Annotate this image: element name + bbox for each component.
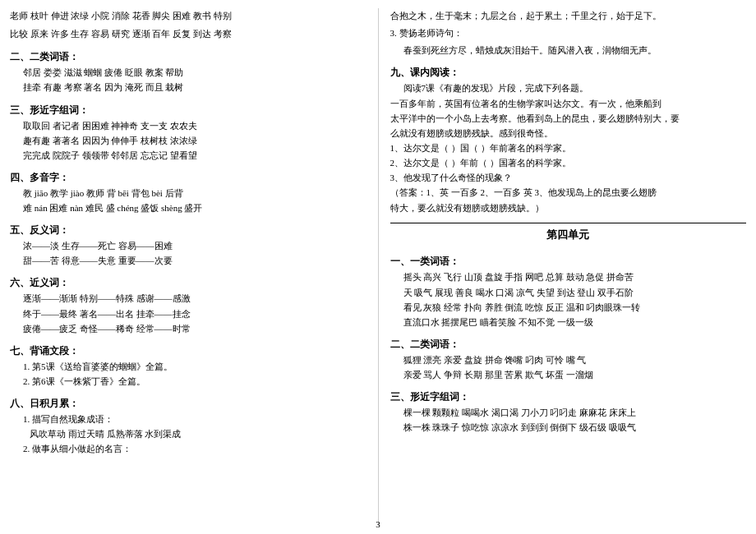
section-2-title: 二、二类词语： [10, 49, 366, 65]
unit4-s2-line2: 亲爱 骂人 争辩 长期 那里 苦累 欺气 坏蛋 一溜烟 [390, 367, 747, 382]
section-8-line2: 风吹草动 雨过天晴 瓜熟蒂落 水到渠成 [10, 426, 366, 441]
section-9-line3: 太平洋中的一个小岛上去考察。他看到岛上的昆虫，要么翅膀特别大，要 [390, 111, 747, 126]
unit4-s3-line2: 株一株 珠珠子 惊吃惊 凉凉水 到到到 倒倒下 级石级 吸吸气 [390, 420, 747, 435]
section-5-line1: 浓——淡 生存——死亡 容易——困难 [10, 238, 366, 253]
section-8-line3: 2. 做事从细小做起的名言： [10, 441, 366, 456]
section-7-line1: 1. 第5课《送给盲婆婆的蝈蝈》全篇。 [10, 359, 366, 374]
section-6: 六、近义词： 逐渐——渐渐 特别——特殊 感谢——感激 终于——最终 著名——出… [10, 272, 366, 335]
right-top-line1: 合抱之木，生于毫末；九层之台，起于累土；千里之行，始于足下。 [390, 8, 747, 23]
section-8-title: 八、日积月累： [10, 396, 366, 412]
section-5-title: 五、反义词： [10, 223, 366, 238]
section-4: 四、多音字： 教 jiāo 教学 jiào 教师 背 bēi 背包 bèi 后背… [10, 167, 366, 215]
unit4-s3-line1: 棵一棵 颗颗粒 喝喝水 渴口渴 刀小刀 叼叼走 麻麻花 床床上 [390, 405, 747, 420]
section-5: 五、反义词： 浓——淡 生存——死亡 容易——困难 甜——苦 得意——失意 重要… [10, 219, 366, 268]
section-4-line2: 难 nán 困难 nàn 难民 盛 chéng 盛饭 shèng 盛开 [10, 200, 366, 215]
section-8: 八、日积月累： 1. 描写自然现象成语： 风吹草动 雨过天晴 瓜熟蒂落 水到渠成… [10, 393, 366, 456]
unit4-s1-line4: 直流口水 摇摆尾巴 瞄着笑脸 不知不觉 一级一级 [390, 315, 747, 329]
unit4-s3-title: 三、形近字组词： [390, 389, 747, 405]
unit4-s1-line2: 天 吸气 展现 善良 喝水 口渴 凉气 失望 到达 登山 双手石阶 [390, 285, 747, 300]
section-9-line8: （答案：1、英 一百多 2、一百多 英 3、他发现岛上的昆虫要么翅膀 [390, 185, 747, 200]
section-3-line3: 完完成 院院子 领领带 邻邻居 忘忘记 望看望 [10, 148, 366, 163]
section-8-line1: 1. 描写自然现象成语： [10, 412, 366, 426]
section-2-line2: 挂牵 有趣 考察 著名 因为 淹死 而且 栽树 [10, 80, 366, 94]
section-9-line6: 2、达尔文是（ ）年前（ ）国著名的科学家。 [390, 155, 747, 170]
unit4-section-1: 一、一类词语： 摇头 高兴 飞行 山顶 盘旋 手指 网吧 总算 鼓动 急促 拼命… [390, 251, 747, 329]
right-top-line2: 3. 赞扬老师诗句： [390, 25, 747, 40]
right-column: 合抱之木，生于毫末；九层之台，起于累土；千里之行，始于足下。 3. 赞扬老师诗句… [390, 8, 747, 526]
section-6-title: 六、近义词： [10, 275, 366, 291]
section-7: 七、背诵文段： 1. 第5课《送给盲婆婆的蝈蝈》全篇。 2. 第6课《一株紫丁香… [10, 340, 366, 389]
page-container: 老师 枝叶 伸进 浓绿 小院 消除 花香 脚尖 困难 教书 特别 比较 原来 许… [0, 0, 756, 534]
section-9-line9: 特大，要么就没有翅膀或翅膀残缺。） [390, 200, 747, 215]
section-9-line4: 么就没有翅膀或翅膀残缺。感到很奇怪。 [390, 126, 747, 140]
section-6-line2: 终于——最终 著名——出名 挂牵——挂念 [10, 306, 366, 321]
unit4-s1-title: 一、一类词语： [390, 254, 747, 269]
top-words-line2: 比较 原来 许多 生存 容易 研究 逐渐 百年 反复 到达 考察 [10, 26, 366, 41]
section-7-line2: 2. 第6课《一株紫丁香》全篇。 [10, 374, 366, 389]
section-9-title: 九、课内阅读： [390, 65, 747, 81]
right-top-line3: 春蚕到死丝方尽，蜡烛成灰泪始干。随风潜入夜，润物细无声。 [390, 43, 747, 58]
unit4-s1-line1: 摇头 高兴 飞行 山顶 盘旋 手指 网吧 总算 鼓动 急促 拼命苦 [390, 269, 747, 284]
unit4-section-2: 二、二类词语： 狐狸 漂亮 亲爱 盘旋 拼命 馋嘴 叼肉 可怜 嘴 气 亲爱 骂… [390, 334, 747, 382]
unit4-section-3: 三、形近字组词： 棵一棵 颗颗粒 喝喝水 渴口渴 刀小刀 叼叼走 麻麻花 床床上… [390, 386, 747, 435]
unit4-s2-line1: 狐狸 漂亮 亲爱 盘旋 拼命 馋嘴 叼肉 可怜 嘴 气 [390, 352, 747, 367]
section-4-line1: 教 jiāo 教学 jiào 教师 背 bēi 背包 bèi 后背 [10, 186, 366, 200]
section-3-line2: 趣有趣 著著名 因因为 伸伸手 枝树枝 浓浓绿 [10, 133, 366, 148]
section-4-title: 四、多音字： [10, 170, 366, 186]
unit4-s1-line3: 看见 灰狼 经常 扑向 养胜 倒流 吃惊 反正 温和 叼肉眼珠一转 [390, 300, 747, 315]
section-2-line1: 邻居 娄娄 滋滋 蝈蝈 疲倦 眨眼 教案 帮助 [10, 65, 366, 80]
unit-four-title: 第四单元 [390, 223, 747, 244]
section-2: 二、二类词语： 邻居 娄娄 滋滋 蝈蝈 疲倦 眨眼 教案 帮助 挂牵 有趣 考察… [10, 46, 366, 94]
section-3-line1: 取取回 者记者 困困难 神神奇 支一支 农农夫 [10, 118, 366, 133]
section-5-line2: 甜——苦 得意——失意 重要——次要 [10, 253, 366, 268]
section-9-line7: 3、他发现了什么奇怪的现象？ [390, 170, 747, 185]
section-7-title: 七、背诵文段： [10, 343, 366, 359]
left-column: 老师 枝叶 伸进 浓绿 小院 消除 花香 脚尖 困难 教书 特别 比较 原来 许… [10, 8, 366, 526]
unit4-s2-title: 二、二类词语： [390, 337, 747, 352]
section-6-line1: 逐渐——渐渐 特别——特殊 感谢——感激 [10, 291, 366, 306]
column-divider [378, 8, 379, 526]
section-9-line5: 1、达尔文是（ ）国（ ）年前著名的科学家。 [390, 140, 747, 155]
section-3: 三、形近字组词： 取取回 者记者 困困难 神神奇 支一支 农农夫 趣有趣 著著名… [10, 99, 366, 163]
section-6-line3: 疲倦——疲乏 奇怪——稀奇 经常——时常 [10, 321, 366, 336]
section-9-line1: 阅读7课《有趣的发现》片段，完成下列各题。 [390, 81, 747, 95]
page-number: 3 [376, 519, 380, 529]
section-9-line2: 一百多年前，英国有位著名的生物学家叫达尔文。有一次，他乘船到 [390, 96, 747, 111]
section-9: 九、课内阅读： 阅读7课《有趣的发现》片段，完成下列各题。 一百多年前，英国有位… [390, 62, 747, 214]
section-3-title: 三、形近字组词： [10, 103, 366, 118]
top-words-line1: 老师 枝叶 伸进 浓绿 小院 消除 花香 脚尖 困难 教书 特别 [10, 8, 366, 23]
